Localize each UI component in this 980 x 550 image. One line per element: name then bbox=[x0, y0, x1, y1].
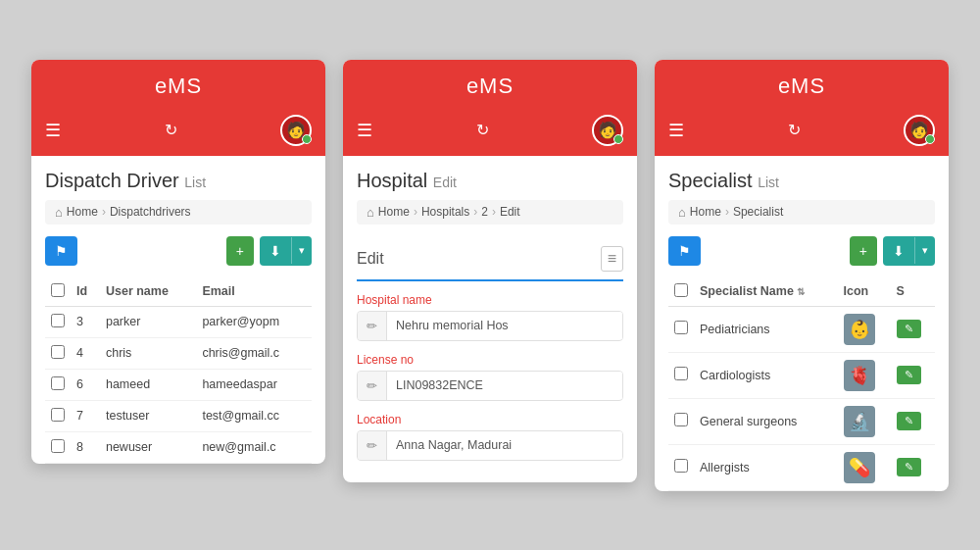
cell-id: 3 bbox=[71, 306, 100, 337]
edit-title: Edit bbox=[357, 250, 384, 268]
row-checkbox[interactable] bbox=[51, 408, 65, 422]
cell-username: newuser bbox=[100, 431, 196, 463]
avatar-badge-specialist bbox=[925, 134, 935, 144]
sort-icon-name[interactable]: ⇅ bbox=[797, 286, 805, 297]
cell-icon: 🔬 bbox=[838, 398, 891, 444]
edit-header: Edit ≡ bbox=[357, 236, 623, 281]
breadcrumb-dispatch: ⌂ Home › Dispatchdrivers bbox=[45, 200, 312, 225]
input-wrapper-hospital-name: ✏ bbox=[357, 311, 623, 341]
row-checkbox-s[interactable] bbox=[674, 321, 688, 334]
card-body-dispatch: Dispatch Driver List ⌂ Home › Dispatchdr… bbox=[31, 156, 325, 464]
hospital-card: eMS ☰ ↻ 🧑 Hospital Edit ⌂ Home › Hospita… bbox=[343, 60, 637, 482]
cell-icon: 👶 bbox=[838, 306, 891, 352]
cell-edit-action: ✎ bbox=[891, 398, 935, 444]
cell-username: hameed bbox=[100, 369, 196, 400]
edit-icon-location: ✏ bbox=[358, 431, 387, 460]
label-location: Location bbox=[357, 413, 623, 426]
refresh-icon[interactable]: ↻ bbox=[165, 121, 177, 139]
bc-edit: Edit bbox=[500, 205, 520, 219]
hamburger-icon-hospital[interactable]: ☰ bbox=[357, 120, 372, 141]
row-checkbox[interactable] bbox=[51, 439, 65, 453]
table-row: 6 hameed hameedaspar bbox=[45, 369, 312, 400]
add-button-specialist[interactable]: + bbox=[850, 236, 877, 266]
cell-id: 4 bbox=[71, 337, 100, 369]
cell-edit-action: ✎ bbox=[891, 352, 935, 398]
row-checkbox[interactable] bbox=[51, 376, 65, 390]
table-row: 3 parker parker@yopm bbox=[45, 306, 312, 337]
avatar-dispatch[interactable]: 🧑 bbox=[280, 115, 312, 146]
add-button-dispatch[interactable]: + bbox=[226, 236, 254, 266]
table-row: Allergists 💊 ✎ bbox=[668, 444, 935, 490]
form-hospital-name: Hospital name ✏ bbox=[357, 293, 623, 341]
refresh-icon-hospital[interactable]: ↻ bbox=[476, 121, 489, 139]
row-checkbox-s[interactable] bbox=[674, 413, 688, 426]
cell-icon: 🫀 bbox=[838, 352, 891, 398]
edit-specialist-button[interactable]: ✎ bbox=[897, 412, 921, 430]
specialist-table: Specialist Name ⇅ Icon S Pediatricians 👶… bbox=[668, 277, 935, 491]
label-license: License no bbox=[357, 353, 623, 367]
avatar-specialist[interactable]: 🧑 bbox=[904, 115, 935, 146]
specialist-icon-img: 🔬 bbox=[844, 406, 875, 437]
edit-specialist-button[interactable]: ✎ bbox=[897, 320, 921, 338]
bc-hospitals: Hospitals bbox=[421, 205, 469, 219]
action-bar-specialist: ⚑ + ⬇ ▾ bbox=[668, 236, 935, 266]
hamburger-icon-specialist[interactable]: ☰ bbox=[668, 120, 684, 141]
filter-button-dispatch[interactable]: ⚑ bbox=[45, 236, 77, 266]
row-checkbox-s[interactable] bbox=[674, 459, 688, 473]
table-row: 4 chris chris@gmail.c bbox=[45, 337, 312, 369]
list-view-icon[interactable]: ≡ bbox=[601, 246, 623, 272]
screen-container: eMS ☰ ↻ 🧑 Dispatch Driver List ⌂ Home › … bbox=[0, 30, 980, 521]
app-title-dispatch: eMS bbox=[155, 74, 202, 98]
filter-button-specialist[interactable]: ⚑ bbox=[668, 236, 701, 266]
avatar-badge-hospital bbox=[613, 134, 623, 144]
input-location[interactable] bbox=[387, 431, 622, 459]
breadcrumb-home-label: Home bbox=[67, 205, 98, 219]
form-license: License no ✏ bbox=[357, 353, 623, 401]
action-bar-dispatch: ⚑ + ⬇ ▾ bbox=[45, 236, 312, 266]
select-all-specialist[interactable] bbox=[674, 283, 688, 297]
app-title-specialist: eMS bbox=[778, 74, 825, 98]
row-checkbox[interactable] bbox=[51, 314, 65, 327]
row-checkbox-s[interactable] bbox=[674, 367, 688, 380]
col-email: Email bbox=[196, 277, 312, 307]
card-header-dispatch: eMS bbox=[31, 60, 325, 109]
dispatch-driver-card: eMS ☰ ↻ 🧑 Dispatch Driver List ⌂ Home › … bbox=[31, 60, 325, 464]
edit-specialist-button[interactable]: ✎ bbox=[897, 458, 921, 476]
col-id: Id bbox=[71, 277, 100, 307]
cell-specialist-name: General surgeons bbox=[694, 398, 838, 444]
select-all-dispatch[interactable] bbox=[51, 283, 65, 297]
download-split-dispatch: ⬇ ▾ bbox=[260, 236, 312, 266]
download-button-dispatch[interactable]: ⬇ bbox=[260, 236, 291, 266]
cell-id: 6 bbox=[71, 369, 100, 400]
breadcrumb-sep-1: › bbox=[102, 205, 106, 219]
card-header-specialist: eMS bbox=[655, 60, 949, 109]
download-dropdown-specialist[interactable]: ▾ bbox=[914, 237, 935, 264]
bc-id: 2 bbox=[481, 205, 488, 219]
avatar-hospital[interactable]: 🧑 bbox=[592, 115, 623, 146]
cell-email: chris@gmail.c bbox=[196, 337, 312, 369]
cell-email: test@gmail.cc bbox=[196, 400, 312, 431]
cell-id: 7 bbox=[71, 400, 100, 431]
edit-specialist-button[interactable]: ✎ bbox=[897, 366, 921, 384]
avatar-badge bbox=[302, 134, 312, 144]
row-checkbox[interactable] bbox=[51, 345, 65, 359]
card-body-specialist: Specialist List ⌂ Home › Specialist ⚑ + … bbox=[655, 156, 949, 491]
edit-section: Edit ≡ Hospital name ✏ License no ✏ Loca… bbox=[343, 236, 637, 482]
input-license[interactable] bbox=[387, 372, 622, 399]
hamburger-icon[interactable]: ☰ bbox=[45, 120, 61, 141]
table-row: 8 newuser new@gmail.c bbox=[45, 431, 312, 463]
breadcrumb-home-icon-h: ⌂ bbox=[367, 205, 374, 220]
edit-icon-hospital-name: ✏ bbox=[358, 312, 387, 340]
card-body-hospital: Hospital Edit ⌂ Home › Hospitals › 2 › E… bbox=[343, 156, 637, 225]
page-title-dispatch: Dispatch Driver List bbox=[45, 170, 312, 192]
specialist-icon-img: 💊 bbox=[844, 452, 875, 483]
bc-specialist: Specialist bbox=[733, 205, 783, 219]
refresh-icon-specialist[interactable]: ↻ bbox=[788, 121, 801, 139]
download-button-specialist[interactable]: ⬇ bbox=[883, 236, 914, 266]
page-title-specialist: Specialist List bbox=[668, 170, 935, 192]
table-row: 7 testuser test@gmail.cc bbox=[45, 400, 312, 431]
input-hospital-name[interactable] bbox=[387, 312, 622, 339]
download-dropdown-dispatch[interactable]: ▾ bbox=[291, 237, 312, 264]
cell-specialist-name: Allergists bbox=[694, 444, 838, 490]
cell-username: testuser bbox=[100, 400, 196, 431]
